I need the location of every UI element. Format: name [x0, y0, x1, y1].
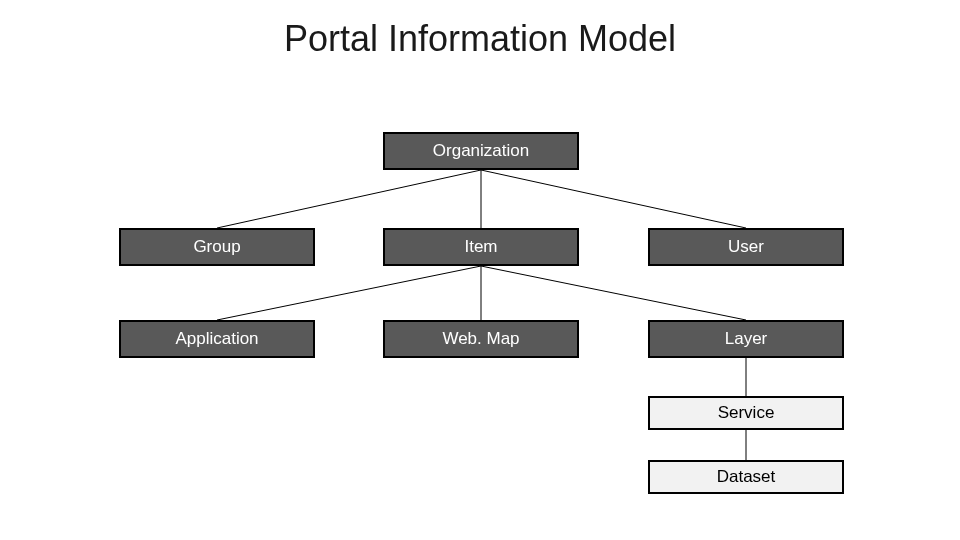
node-dataset: Dataset — [648, 460, 844, 494]
svg-line-2 — [481, 170, 746, 228]
node-item: Item — [383, 228, 579, 266]
svg-line-0 — [217, 170, 481, 228]
svg-line-3 — [217, 266, 481, 320]
node-application: Application — [119, 320, 315, 358]
svg-line-5 — [481, 266, 746, 320]
connector-lines — [0, 0, 960, 540]
node-layer: Layer — [648, 320, 844, 358]
node-group: Group — [119, 228, 315, 266]
slide: Portal Information Model Organization Gr… — [0, 0, 960, 540]
node-user: User — [648, 228, 844, 266]
node-organization: Organization — [383, 132, 579, 170]
node-service: Service — [648, 396, 844, 430]
node-webmap: Web. Map — [383, 320, 579, 358]
page-title: Portal Information Model — [0, 18, 960, 60]
